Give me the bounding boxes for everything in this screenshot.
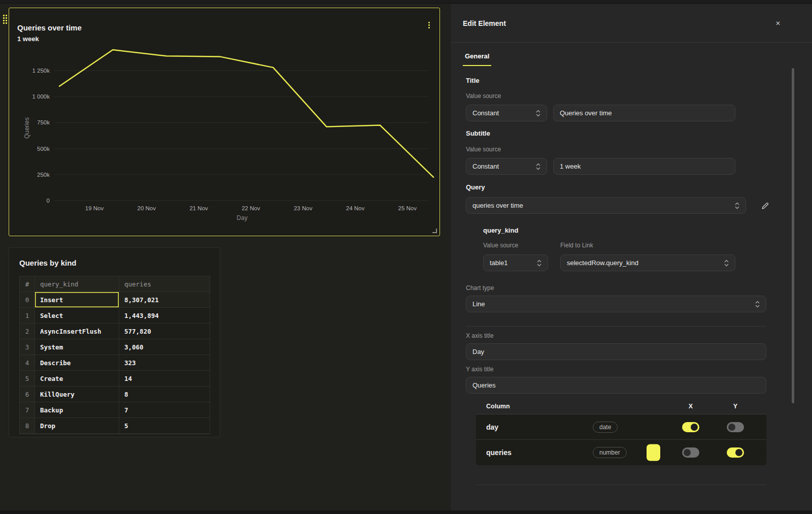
- x-axis-title-value: Day: [472, 348, 484, 356]
- edit-element-header: Edit Element ✕: [451, 4, 812, 43]
- table-row[interactable]: 7Backup7: [20, 402, 210, 418]
- queries-value-cell[interactable]: 7: [119, 402, 210, 418]
- y-tick-label: 0: [47, 198, 50, 204]
- query-kind-source-value: table1: [490, 259, 507, 267]
- edit-element-panel: Edit Element ✕ General Title Value sourc…: [451, 4, 812, 510]
- toggle-knob: [735, 449, 742, 456]
- query-kind-cell[interactable]: Select: [35, 308, 119, 324]
- subtitle-text-value: 1 week: [560, 163, 581, 170]
- queries-value-cell[interactable]: 1,443,894: [119, 308, 210, 324]
- x-tick-label: 23 Nov: [294, 205, 313, 211]
- queries-by-kind-table: #query_kindqueries0Insert8,307,0211Selec…: [19, 276, 210, 434]
- x-axis-title-input[interactable]: Day: [466, 343, 766, 360]
- chart-type-value: Line: [472, 300, 485, 308]
- table-row[interactable]: 8Drop5: [20, 418, 210, 434]
- row-index-cell: 6: [20, 387, 35, 402]
- y-axis-title-input[interactable]: Queries: [466, 377, 766, 394]
- chart-resize-handle[interactable]: [432, 229, 437, 233]
- x-tick-label: 22 Nov: [242, 205, 260, 211]
- chart-type-select[interactable]: Line: [466, 296, 766, 312]
- column-mapping-row-day: daydate: [476, 414, 766, 440]
- chart-panel-queries-over-time[interactable]: 0250k500k750k1 000k1 250k19 Nov20 Nov21 …: [9, 8, 440, 236]
- table-row[interactable]: 2AsyncInsertFlush577,820: [20, 324, 210, 339]
- title-text-value: Queries over time: [560, 109, 612, 117]
- x-header-label: X: [682, 403, 699, 410]
- query-kind-cell[interactable]: Insert: [35, 292, 119, 308]
- table-header-row: #query_kindqueries: [20, 276, 210, 292]
- query-kind-cell[interactable]: Describe: [35, 355, 119, 371]
- row-index-cell: 0: [20, 292, 35, 308]
- query-kind-cell[interactable]: KillQuery: [35, 387, 119, 402]
- panel-title: Edit Element: [463, 19, 506, 27]
- column-mapping-row-queries: queriesnumber: [476, 440, 766, 465]
- query-kind-cell[interactable]: AsyncInsertFlush: [35, 324, 119, 339]
- drag-handle-icon[interactable]: [3, 15, 7, 24]
- queries-value-cell[interactable]: 3,060: [119, 339, 210, 355]
- row-index-cell: 5: [20, 371, 35, 387]
- chevron-up-down-icon: [755, 301, 760, 308]
- query-section-heading: Query: [466, 183, 782, 191]
- row-index-cell: 8: [20, 418, 35, 434]
- query-kind-cell[interactable]: System: [35, 339, 119, 355]
- title-value-source-label: Value source: [466, 92, 782, 100]
- x-tick-label: 19 Nov: [85, 205, 104, 211]
- query-kind-cell[interactable]: Drop: [35, 418, 119, 434]
- y-axis-title-label: Y axis title: [466, 366, 782, 373]
- column-name: day: [486, 423, 498, 431]
- table-row[interactable]: 5Create14: [20, 371, 210, 387]
- y-tick-label: 750k: [37, 119, 50, 125]
- toggle-knob: [684, 449, 691, 456]
- y-axis-title-value: Queries: [472, 381, 496, 389]
- row-index-cell: 3: [20, 339, 35, 355]
- queries-value-cell[interactable]: 14: [119, 371, 210, 387]
- query-kind-cell[interactable]: Backup: [35, 402, 119, 418]
- query-kind-field-value: selectedRow.query_kind: [567, 259, 638, 267]
- edit-query-pencil-icon[interactable]: [761, 202, 769, 210]
- query-kind-field-select[interactable]: selectedRow.query_kind: [560, 254, 735, 271]
- queries-value-cell[interactable]: 577,820: [119, 324, 210, 339]
- x-axis-title: Day: [236, 214, 247, 221]
- queries-value-cell[interactable]: 8,307,021: [119, 292, 210, 308]
- queries-value-cell[interactable]: 5: [119, 418, 210, 434]
- query-select[interactable]: queries over time: [466, 197, 746, 214]
- title-source-select[interactable]: Constant: [466, 105, 547, 121]
- type-badge-number: number: [593, 447, 627, 458]
- toggle-day-y[interactable]: [727, 422, 744, 432]
- table-row[interactable]: 3System3,060: [20, 339, 210, 355]
- table-row[interactable]: 4Describe323: [20, 355, 210, 371]
- title-source-value: Constant: [472, 109, 499, 117]
- table-row[interactable]: 6KillQuery8: [20, 387, 210, 402]
- query-kind-source-select[interactable]: table1: [483, 254, 548, 271]
- series-color-swatch[interactable]: [647, 444, 660, 461]
- y-tick-label: 250k: [37, 172, 50, 178]
- query-kind-heading: query_kind: [483, 227, 782, 234]
- panel-scrollbar[interactable]: [792, 68, 794, 403]
- table-panel-queries-by-kind[interactable]: Queries by kind #query_kindqueries0Inser…: [9, 247, 220, 437]
- series-line-queries: [59, 50, 433, 177]
- column-name: queries: [486, 448, 512, 457]
- queries-value-cell[interactable]: 8: [119, 387, 210, 402]
- chart-menu-kebab-icon[interactable]: [427, 20, 431, 30]
- toggle-queries-y[interactable]: [727, 447, 744, 458]
- toggle-day-x[interactable]: [682, 422, 699, 432]
- table-row[interactable]: 1Select1,443,894: [20, 308, 210, 324]
- query-select-value: queries over time: [472, 202, 523, 209]
- tab-general[interactable]: General: [463, 52, 491, 66]
- queries-value-cell[interactable]: 323: [119, 355, 210, 371]
- query-kind-cell[interactable]: Create: [35, 371, 119, 387]
- table-row[interactable]: 0Insert8,307,021: [20, 292, 210, 308]
- toggle-queries-x[interactable]: [682, 447, 699, 458]
- chart-type-label: Chart type: [466, 284, 782, 292]
- bottom-divider: [476, 485, 766, 485]
- close-icon[interactable]: ✕: [773, 18, 783, 29]
- toggle-knob: [728, 424, 735, 431]
- title-section-heading: Title: [466, 77, 782, 84]
- y-axis-title: Queries: [23, 117, 30, 139]
- subtitle-text-input[interactable]: 1 week: [553, 158, 735, 175]
- title-text-input[interactable]: Queries over time: [553, 105, 735, 121]
- x-tick-label: 20 Nov: [138, 205, 156, 211]
- chevron-up-down-icon: [536, 163, 540, 170]
- chart-title: Queries over time: [17, 23, 82, 32]
- chevron-up-down-icon: [536, 110, 540, 117]
- subtitle-source-select[interactable]: Constant: [466, 158, 547, 175]
